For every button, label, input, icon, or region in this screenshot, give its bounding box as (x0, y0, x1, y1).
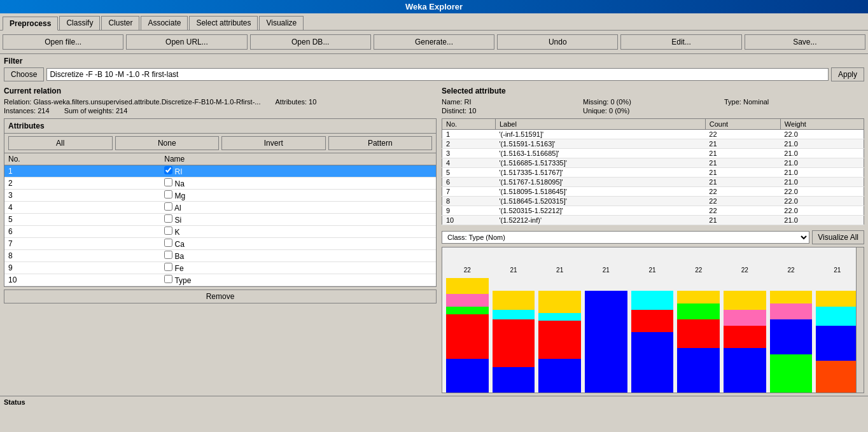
bar-segment (538, 359, 581, 393)
row-no: 1 (4, 165, 160, 178)
bar-segment (816, 361, 858, 393)
table-row: 3 '(1.5163-1.516685]' 21 21.0 (442, 149, 864, 158)
bar-segment (770, 354, 813, 393)
selected-attribute-section: Selected attribute Name: RI Missing: 0 (… (442, 87, 864, 225)
bar-group: 21 (538, 267, 581, 393)
table-row[interactable]: 9 Fe (4, 262, 436, 274)
attr-missing-info: Missing: 0 (0%) (583, 98, 723, 106)
tab-select-attributes[interactable]: Select attributes (189, 16, 258, 30)
apply-button[interactable]: Apply (831, 67, 864, 81)
bar-group: 21 (631, 267, 674, 393)
data-count: 22 (705, 197, 780, 206)
filter-input[interactable] (46, 68, 829, 81)
table-row[interactable]: 6 K (4, 226, 436, 238)
bar-container (585, 275, 627, 393)
bar-container (816, 275, 858, 393)
bar-segment (493, 310, 535, 319)
remove-button[interactable]: Remove (4, 289, 437, 303)
row-name: K (160, 226, 436, 238)
table-row: 4 '(1.516685-1.517335]' 21 21.0 (442, 158, 864, 168)
data-col-label: Label (495, 119, 705, 130)
data-weight: 21.0 (780, 149, 864, 158)
table-row[interactable]: 7 Ca (4, 238, 436, 250)
data-label: '(1.51767-1.518095]' (495, 178, 705, 187)
bar-count-label: 21 (603, 267, 610, 274)
all-button[interactable]: All (8, 136, 113, 150)
bar-segment (677, 303, 720, 319)
attributes-title: Attributes (4, 119, 436, 134)
table-row[interactable]: 4 Al (4, 202, 436, 214)
data-no: 9 (442, 206, 496, 216)
data-weight: 21.0 (780, 158, 864, 168)
chart-scrollbar[interactable] (856, 247, 864, 393)
choose-button[interactable]: Choose (4, 67, 44, 81)
attr-type-info: Type: Nominal (724, 98, 864, 106)
tab-cluster[interactable]: Cluster (101, 16, 139, 30)
data-weight: 22.0 (780, 130, 864, 139)
data-no: 3 (442, 149, 496, 158)
pattern-button[interactable]: Pattern (328, 136, 433, 150)
attributes-count: 10 (309, 98, 316, 106)
none-button[interactable]: None (115, 136, 220, 150)
attr-name-info: Name: RI (442, 98, 582, 106)
bar-segment (631, 310, 674, 332)
data-no: 4 (442, 158, 496, 168)
visualize-all-button[interactable]: Visualize All (812, 230, 864, 244)
bar-segment (770, 291, 813, 303)
bar-segment (446, 294, 489, 307)
data-no: 8 (442, 197, 496, 206)
tab-associate[interactable]: Associate (141, 16, 188, 30)
open-url-button[interactable]: Open URL... (126, 34, 247, 50)
bar-container (446, 275, 489, 393)
data-count: 22 (705, 206, 780, 216)
bar-segment (493, 291, 535, 310)
row-name: Ca (160, 238, 436, 250)
open-db-button[interactable]: Open DB... (250, 34, 371, 50)
bar-segment (677, 348, 720, 393)
data-count: 21 (705, 139, 780, 149)
table-row[interactable]: 10 Type (4, 274, 436, 286)
row-name: RI (160, 165, 436, 178)
col-name: Name (160, 153, 436, 165)
table-row[interactable]: 1 RI (4, 165, 436, 178)
data-no: 7 (442, 187, 496, 197)
table-row[interactable]: 5 Si (4, 214, 436, 226)
bar-container (677, 275, 720, 393)
row-no: 4 (4, 202, 160, 214)
tab-classify[interactable]: Classify (59, 16, 100, 30)
tab-visualize[interactable]: Visualize (259, 16, 304, 30)
undo-button[interactable]: Undo (497, 34, 618, 50)
table-row: 1 '(-inf-1.51591]' 22 22.0 (442, 130, 864, 139)
data-count: 21 (705, 149, 780, 158)
data-table: No. Label Count Weight 1 '(-inf-1.51591]… (442, 118, 864, 225)
generate-button[interactable]: Generate... (374, 34, 494, 50)
open-file-button[interactable]: Open file... (3, 34, 123, 50)
table-row[interactable]: 8 Ba (4, 250, 436, 262)
row-no: 7 (4, 238, 160, 250)
bar-segment (631, 332, 674, 393)
main-content: Current relation Relation: Glass-weka.fi… (0, 84, 868, 396)
table-row: 10 '(1.52212-inf)' 21 21.0 (442, 216, 864, 225)
table-row[interactable]: 2 Na (4, 178, 436, 190)
bar-count-label: 22 (464, 267, 471, 274)
title-bar: Weka Explorer (0, 0, 868, 13)
instances-value: 214 (38, 107, 49, 115)
data-no: 5 (442, 168, 496, 178)
bar-container (724, 275, 766, 393)
attributes-table: No. Name 1 RI 2 Na 3 Mg 4 Al 5 Si 6 K 7 … (4, 153, 436, 286)
bar-group: 22 (446, 267, 489, 393)
edit-button[interactable]: Edit... (620, 34, 741, 50)
class-select[interactable]: Class: Type (Nom) (442, 231, 809, 244)
table-row[interactable]: 3 Mg (4, 190, 436, 202)
bar-segment (446, 307, 489, 314)
invert-button[interactable]: Invert (221, 136, 326, 150)
row-no: 6 (4, 226, 160, 238)
data-count: 22 (705, 187, 780, 197)
data-col-no: No. (442, 119, 496, 130)
tab-preprocess[interactable]: Preprocess (3, 17, 58, 31)
save-button[interactable]: Save... (745, 34, 865, 50)
data-count: 22 (705, 130, 780, 139)
data-col-count: Count (705, 119, 780, 130)
class-row: Class: Type (Nom) Visualize All (442, 230, 864, 244)
data-label: '(1.51591-1.5163]' (495, 139, 705, 149)
